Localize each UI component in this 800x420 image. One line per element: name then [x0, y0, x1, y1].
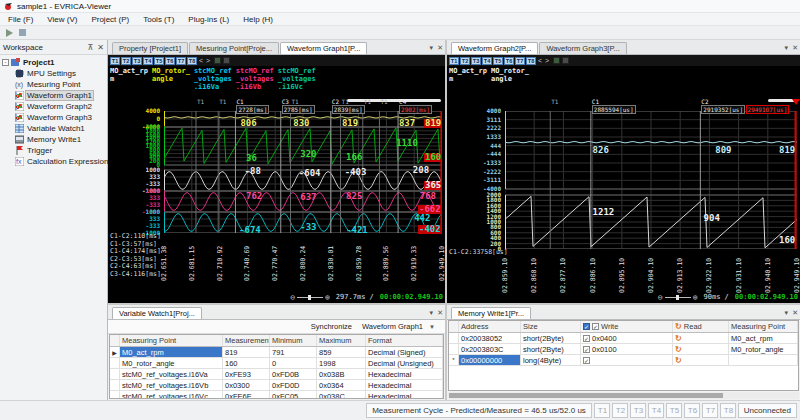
graph-tool-icon[interactable]: [214, 57, 221, 64]
prev-cursor-button[interactable]: <: [538, 57, 542, 64]
waveform-graph1-plot[interactable]: T1T1C12728[ms]C32785[ms]T1C22839[ms]T1T1…: [108, 98, 445, 303]
slider-handle[interactable]: [676, 295, 679, 300]
graph-capture-icon[interactable]: [562, 57, 569, 64]
t6-button[interactable]: T6: [504, 57, 514, 65]
t8-button[interactable]: T8: [526, 57, 536, 65]
status-t8[interactable]: T8: [720, 403, 736, 418]
status-t2[interactable]: T2: [612, 403, 628, 418]
close-icon[interactable]: ✕: [97, 43, 104, 52]
sync-target-select[interactable]: Waveform Graph1 ▼: [362, 322, 435, 331]
prev-cursor-button[interactable]: <: [199, 57, 203, 64]
next-cursor-button[interactable]: >: [545, 57, 549, 64]
t1-button[interactable]: T1: [110, 57, 120, 65]
status-t6[interactable]: T6: [684, 403, 700, 418]
t2-button[interactable]: T2: [460, 57, 470, 65]
close-icon[interactable]: ✕: [437, 44, 443, 52]
tree-item-measuring-point[interactable]: (x) Mesuring Point: [2, 79, 107, 90]
t7-button[interactable]: T7: [515, 57, 525, 65]
waveform-graph2-plot[interactable]: T1C12885594[us]C22919352[us]2949107[us]4…: [447, 98, 800, 303]
dock-menu-icon[interactable]: ▾: [430, 309, 434, 317]
read-button[interactable]: ↻: [675, 345, 682, 354]
tree-item-waveform-graph2[interactable]: Waveform Graph2: [2, 101, 107, 112]
dock-menu-icon[interactable]: ▾: [785, 309, 789, 317]
close-icon[interactable]: ✕: [792, 309, 798, 317]
tab-variable-watch1[interactable]: Variable Watch1[Proj...: [112, 307, 202, 319]
graph-capture-icon[interactable]: [223, 57, 230, 64]
menu-tools[interactable]: Tools (T): [143, 15, 174, 24]
next-cursor-button[interactable]: >: [206, 57, 210, 64]
read-button[interactable]: ↻: [675, 334, 682, 343]
table-row[interactable]: stcM0_ref_voltages.i16Va 0xFE93 0xFD0B 0…: [110, 369, 443, 380]
t3-button[interactable]: T3: [471, 57, 481, 65]
t3-button[interactable]: T3: [132, 57, 142, 65]
time-scrollbar[interactable]: [347, 99, 440, 102]
measuring-point-icon: (x): [15, 80, 24, 89]
status-t4[interactable]: T4: [648, 403, 664, 418]
tree-item-mpu-settings[interactable]: MPU Settings: [2, 68, 107, 79]
t6-button[interactable]: T6: [165, 57, 175, 65]
trace-value-label: -33: [300, 223, 316, 232]
tree-item-project[interactable]: - Project1: [2, 57, 107, 68]
write-all-checkbox[interactable]: ✓: [583, 323, 590, 330]
zoom-slider[interactable]: ⊖⊕: [658, 293, 698, 302]
menu-help[interactable]: Help (H): [243, 15, 273, 24]
zoom-out-icon[interactable]: ⊖: [658, 293, 663, 302]
zoom-out-icon[interactable]: ⊖: [290, 293, 295, 302]
write-checkbox[interactable]: ✓: [583, 335, 590, 342]
menu-plugins[interactable]: Plug-ins (L): [188, 15, 229, 24]
dock-menu-icon[interactable]: ▾: [785, 44, 789, 52]
table-row[interactable]: stcM0_ref_voltages.i16Vc 0xFE6E 0xFC05 0…: [110, 391, 443, 399]
close-icon[interactable]: ✕: [792, 44, 798, 52]
table-row[interactable]: stcM0_ref_voltages.i16Vb 0x0300 0xFD0D 0…: [110, 380, 443, 391]
tab-waveform-graph2[interactable]: Waveform Graph2[P...: [451, 42, 538, 54]
play-button[interactable]: [6, 29, 13, 37]
tree-item-waveform-graph3[interactable]: Waveform Graph3: [2, 112, 107, 123]
tree-item-waveform-graph1[interactable]: Waveform Graph1: [2, 90, 107, 101]
tree-item-variable-watch[interactable]: Variable Watch1: [2, 123, 107, 134]
graph-tool-icon[interactable]: [553, 57, 560, 64]
t4-button[interactable]: T4: [143, 57, 153, 65]
read-button[interactable]: ↻: [675, 356, 682, 365]
t5-button[interactable]: T5: [154, 57, 164, 65]
dock-menu-icon[interactable]: ▾: [430, 44, 434, 52]
expander-icon[interactable]: -: [2, 59, 9, 66]
scrollbar-thumb[interactable]: [449, 393, 723, 398]
zoom-slider[interactable]: ⊖⊕: [290, 293, 330, 302]
tree-item-memory-write[interactable]: Memory Write1: [2, 134, 107, 145]
table-row[interactable]: 0x20038052 short(2Byte) ✓0x0400 ↻ M0_act…: [449, 333, 798, 344]
t5-button[interactable]: T5: [493, 57, 503, 65]
status-t1[interactable]: T1: [594, 403, 610, 418]
t2-button[interactable]: T2: [121, 57, 131, 65]
status-t5[interactable]: T5: [666, 403, 682, 418]
menu-project[interactable]: Project (P): [91, 15, 129, 24]
tree-item-trigger[interactable]: Trigger: [2, 145, 107, 156]
tab-property[interactable]: Property [Project1]: [112, 42, 188, 54]
table-row[interactable]: M0_rotor_angle 160 0 1998 Decimal (Unsig…: [110, 358, 443, 369]
t4-button[interactable]: T4: [482, 57, 492, 65]
zoom-in-icon[interactable]: ⊕: [693, 293, 698, 302]
menu-file[interactable]: File (F): [8, 15, 33, 24]
t8-button[interactable]: T8: [187, 57, 197, 65]
t1-button[interactable]: T1: [449, 57, 459, 65]
table-row[interactable]: 0x2003803C short(2Byte) ✓0x0100 ↻ M0_rot…: [449, 344, 798, 355]
write-checkbox[interactable]: ✓: [583, 346, 590, 353]
slider-handle[interactable]: [308, 295, 311, 300]
close-icon[interactable]: ✕: [437, 309, 443, 317]
horizontal-scrollbar[interactable]: [448, 392, 799, 399]
synchronize-label: Synchronize: [311, 322, 352, 331]
write-checkbox[interactable]: ✓: [583, 357, 590, 364]
tab-measuring-point[interactable]: Mesuring Point[Proje...: [189, 42, 279, 54]
t7-button[interactable]: T7: [176, 57, 186, 65]
stop-button[interactable]: [19, 29, 26, 36]
tab-waveform-graph3[interactable]: Waveform Graph3[P...: [539, 42, 626, 54]
tab-waveform-graph1[interactable]: Waveform Graph1[P...: [280, 42, 367, 54]
menu-view[interactable]: View (V): [47, 15, 77, 24]
table-row[interactable]: * 0x00000000 long(4Byte) ✓ ↻: [449, 355, 798, 366]
tab-memory-write1[interactable]: Memory Write1[Pr...: [451, 307, 531, 319]
zoom-in-icon[interactable]: ⊕: [325, 293, 330, 302]
status-t3[interactable]: T3: [630, 403, 646, 418]
status-t7[interactable]: T7: [702, 403, 718, 418]
pin-icon[interactable]: ⊼: [87, 43, 93, 52]
table-row[interactable]: ▶ M0_act_rpm 819 791 859 Decimal (Signed…: [110, 347, 443, 358]
tree-item-calculation-expression[interactable]: fx Calculation Expression: [2, 156, 107, 167]
